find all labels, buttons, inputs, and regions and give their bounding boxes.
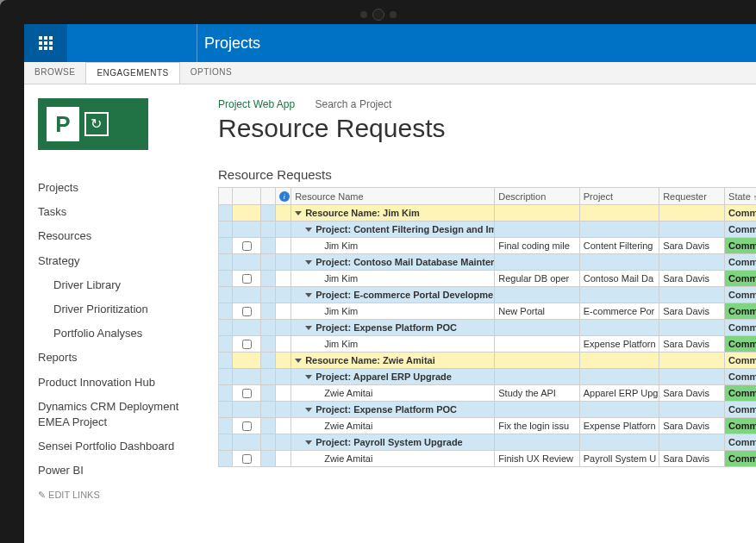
grid-row[interactable]: Project: Expense Platform POCCommitted [219, 320, 757, 336]
cell-state: Committed [725, 303, 756, 320]
cell-project: Apparel ERP Upg [579, 385, 659, 402]
expand-icon[interactable] [295, 359, 302, 363]
cell-requester [659, 287, 725, 303]
cell-resource-name: Zwie Amitai [291, 418, 495, 434]
grid-row[interactable]: Project: Apparel ERP UpgradeCommitted [219, 369, 757, 385]
column-project[interactable]: Project [579, 188, 659, 205]
cell-state: Committed [725, 205, 756, 222]
column-requester[interactable]: Requester [659, 188, 725, 205]
expand-icon[interactable] [305, 375, 312, 379]
cell-description: Study the API [495, 385, 580, 402]
cell-description [495, 287, 580, 303]
cell-project [579, 287, 659, 303]
cell-description [495, 402, 580, 418]
cell-project [579, 353, 659, 369]
column-description[interactable]: Description [495, 188, 580, 205]
cell-description: Regular DB oper [495, 271, 580, 287]
breadcrumb-app-link[interactable]: Project Web App [218, 98, 295, 110]
screen: Projects BROWSEENGAGEMENTSOPTIONS P Proj… [24, 24, 756, 543]
grid-row[interactable]: Jim KimFinal coding mileContent Filterin… [219, 238, 757, 254]
row-checkbox[interactable] [242, 241, 252, 251]
grid-row[interactable]: Project: E-commerce Portal DevelopmerCom… [219, 287, 757, 303]
cell-state: Committed [725, 320, 756, 336]
nav-item-dynamics-crm-deployment-emea-project[interactable]: Dynamics CRM Deployment EMEA Project [38, 395, 211, 434]
cell-description [495, 320, 580, 336]
cell-project [579, 434, 659, 451]
column-resource-name[interactable]: Resource Name [291, 188, 495, 205]
column-state[interactable]: State ↑ [725, 188, 756, 205]
nav-item-product-innovation-hub[interactable]: Product Innovation Hub [38, 371, 211, 395]
expand-icon[interactable] [305, 293, 312, 297]
grid-row[interactable]: Project: Expense Platform POCCommitted [219, 402, 757, 418]
quick-launch-nav: ProjectsTasksResourcesStrategyDriver Lib… [38, 176, 211, 483]
cell-requester: Sara Davis [659, 418, 725, 434]
expand-icon[interactable] [305, 326, 312, 330]
grid-row[interactable]: Project: Contoso Mail Database MainterCo… [219, 254, 757, 271]
grid-row[interactable]: Jim KimExpense PlatfornSara DavisCommitt… [219, 336, 757, 353]
cell-project: Expense Platforn [579, 336, 659, 353]
grid-row[interactable]: Zwie AmitaiFix the login issuExpense Pla… [219, 418, 757, 434]
cell-description [495, 336, 580, 353]
grid-row[interactable]: Project: Payroll System UpgradeCommitted [219, 434, 757, 451]
ribbon-tab-options[interactable]: OPTIONS [180, 62, 243, 84]
nav-item-sensei-portfolio-dashboard[interactable]: Sensei Portfolio Dashboard [38, 434, 211, 459]
expand-icon[interactable] [305, 260, 312, 265]
grid-row[interactable]: Zwie AmitaiStudy the APIApparel ERP UpgS… [219, 385, 757, 402]
grid-row[interactable]: Project: Content Filtering Design and Im… [219, 222, 757, 238]
expand-icon[interactable] [305, 228, 312, 232]
cell-resource-name: Project: Content Filtering Design and Im [291, 222, 495, 238]
row-checkbox[interactable] [242, 421, 252, 431]
cell-state: Committed [725, 287, 756, 303]
nav-item-driver-library[interactable]: Driver Library [38, 273, 211, 297]
breadcrumb-search-link[interactable]: Search a Project [316, 98, 392, 110]
cell-requester: Sara Davis [659, 271, 725, 287]
ribbon-tab-engagements[interactable]: ENGAGEMENTS [85, 62, 179, 84]
expand-icon[interactable] [305, 408, 312, 412]
nav-item-tasks[interactable]: Tasks [38, 200, 211, 224]
cell-state: Committed [725, 336, 756, 353]
nav-item-driver-prioritization[interactable]: Driver Prioritization [38, 297, 211, 321]
row-checkbox[interactable] [242, 307, 252, 316]
expand-icon[interactable] [295, 211, 302, 215]
row-checkbox[interactable] [242, 340, 252, 349]
info-icon: i [279, 191, 290, 202]
app-launcher-button[interactable] [24, 24, 67, 62]
ribbon-tabs: BROWSEENGAGEMENTSOPTIONS [24, 62, 756, 84]
cell-requester: Sara Davis [659, 238, 725, 254]
cell-state: Committed [725, 418, 756, 434]
cell-project: Payroll System U [579, 451, 659, 467]
grid-header-row: i Resource Name Description Project Requ… [219, 188, 757, 205]
row-checkbox[interactable] [242, 389, 252, 398]
cell-state: Committed [725, 434, 756, 451]
cell-requester [659, 222, 725, 238]
cell-resource-name: Jim Kim [291, 238, 495, 254]
cell-requester [659, 320, 725, 336]
grid-row[interactable]: Jim KimRegular DB operContoso Mail DaSar… [219, 271, 757, 287]
grid-info-header[interactable]: i [275, 188, 291, 205]
cell-description [495, 369, 580, 385]
nav-item-portfolio-analyses[interactable]: Portfolio Analyses [38, 321, 211, 346]
grid-row[interactable]: Jim KimNew PortalE-commerce PorSara Davi… [219, 303, 757, 320]
grid-row[interactable]: Resource Name: Jim KimCommitted [219, 205, 757, 222]
cell-description [495, 254, 580, 271]
row-checkbox[interactable] [242, 274, 252, 284]
nav-item-power-bi[interactable]: Power BI [38, 459, 211, 483]
cell-project [579, 205, 659, 222]
suite-title: Projects [197, 24, 260, 62]
nav-item-projects[interactable]: Projects [38, 176, 211, 200]
resource-requests-grid: i Resource Name Description Project Requ… [218, 187, 756, 467]
grid-row[interactable]: Resource Name: Zwie AmitaiCommitted [219, 353, 757, 369]
cell-description [495, 434, 580, 451]
expand-icon[interactable] [305, 440, 312, 445]
nav-item-resources[interactable]: Resources [38, 224, 211, 248]
cell-requester: Sara Davis [659, 303, 725, 320]
cell-project [579, 402, 659, 418]
edit-links-button[interactable]: EDIT LINKS [38, 483, 211, 508]
grid-row[interactable]: Zwie AmitaiFinish UX ReviewPayroll Syste… [219, 451, 757, 467]
cell-requester: Sara Davis [659, 336, 725, 353]
nav-item-reports[interactable]: Reports [38, 346, 211, 370]
ribbon-tab-browse[interactable]: BROWSE [24, 62, 85, 84]
nav-item-strategy[interactable]: Strategy [38, 249, 211, 273]
row-checkbox[interactable] [242, 454, 252, 464]
cell-state: Committed [725, 222, 756, 238]
